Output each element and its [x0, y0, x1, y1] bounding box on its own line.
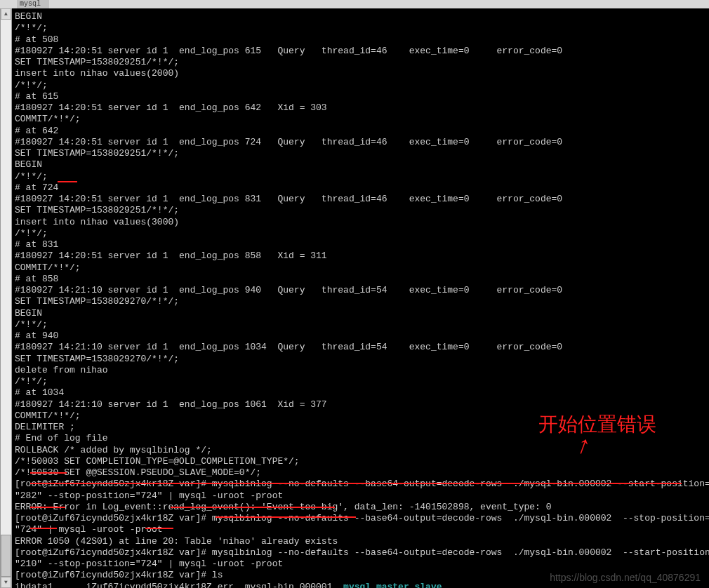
terminal-line: SET TIMESTAMP=1538029270/*!*/; — [15, 354, 708, 365]
terminal-line: # at 940 — [15, 330, 708, 342]
terminal-line: #180927 14:20:51 server id 1 end_log_pos… — [15, 46, 708, 57]
terminal-line: "282" --stop-position="724" | mysql -uro… — [15, 490, 708, 502]
terminal-line: SET TIMESTAMP=1538029251/*!*/; — [15, 57, 708, 68]
terminal-wrap: ▲ ▼ BEGIN/*!*/;# at 508#180927 14:20:51 … — [0, 8, 709, 588]
terminal-line: #180927 14:21:10 server id 1 end_log_pos… — [15, 342, 708, 353]
terminal-line: /*!50003 SET COMPLETION_TYPE=@OLD_COMPLE… — [15, 456, 708, 467]
scrollbar-track[interactable] — [1, 20, 11, 577]
terminal-line: /*!*/; — [15, 80, 708, 91]
terminal-line: ROLLBACK /* added by mysqlbinlog */; — [15, 445, 708, 456]
terminal-line: ERROR: Error in Log_event::read_log_even… — [15, 502, 708, 513]
terminal-line: SET TIMESTAMP=1538029251/*!*/; — [15, 205, 708, 216]
terminal-line: #180927 14:20:51 server id 1 end_log_pos… — [15, 137, 708, 148]
terminal-line: #180927 14:20:51 server id 1 end_log_pos… — [15, 194, 708, 205]
terminal-tab-label: mysql — [20, 0, 41, 8]
terminal-line: "724" | mysql -uroot -proot — [15, 524, 708, 535]
annotation-underline — [145, 528, 173, 529]
terminal-line: # at 858 — [15, 274, 708, 285]
terminal-line: BEGIN — [15, 159, 708, 171]
terminal-line: COMMIT/*!*/; — [15, 262, 708, 274]
annotation-text: 开始位置错误 — [538, 412, 656, 436]
terminal-line: #180927 14:21:10 server id 1 end_log_pos… — [15, 285, 708, 296]
annotation-underline — [58, 181, 77, 182]
terminal-line: /*!50530 SET @@SESSION.PSEUDO_SLAVE_MODE… — [15, 467, 708, 479]
terminal-line: SET TIMESTAMP=1538029270/*!*/; — [15, 296, 708, 307]
terminal-line: # at 642 — [15, 126, 708, 137]
annotation-underline — [216, 516, 356, 518]
terminal-line: # at 615 — [15, 91, 708, 102]
terminal-line: SET TIMESTAMP=1538029251/*!*/; — [15, 148, 708, 159]
terminal-line: insert into nihao values(2000) — [15, 68, 708, 79]
terminal-viewport[interactable]: BEGIN/*!*/;# at 508#180927 14:20:51 serv… — [12, 8, 709, 588]
terminal-line: #180927 14:20:51 server id 1 end_log_pos… — [15, 250, 708, 262]
watermark: https://blog.csdn.net/qq_40876291 — [550, 572, 701, 584]
scrollbar-thumb[interactable] — [1, 535, 11, 577]
terminal-line: # at 724 — [15, 182, 708, 194]
terminal-line: insert into nihao values(3000) — [15, 217, 708, 228]
terminal-line: /*!*/; — [15, 228, 708, 239]
annotation-underline — [171, 507, 335, 508]
annotation-underline — [30, 507, 65, 508]
terminal-line: /*!*/; — [15, 22, 708, 34]
annotation-underline — [30, 528, 57, 529]
terminal-line: [root@iZuf67icyndd50zjx4kr18Z var]# mysq… — [15, 479, 708, 490]
terminal-line: [root@iZuf67icyndd50zjx4kr18Z var]# mysq… — [15, 513, 708, 524]
scrollbar-down-arrow[interactable]: ▼ — [1, 577, 11, 588]
tab-bar: mysql — [0, 0, 709, 8]
scrollbar-up-arrow[interactable]: ▲ — [1, 8, 11, 20]
terminal-line: "210" --stop-position="724" | mysql -uro… — [15, 559, 708, 570]
terminal-line: /*!*/; — [15, 319, 708, 330]
terminal-line: /*!*/; — [15, 376, 708, 387]
terminal-line: [root@iZuf67icyndd50zjx4kr18Z var]# mysq… — [15, 547, 708, 559]
terminal-line: # at 508 — [15, 34, 708, 46]
terminal-line: BEGIN — [15, 11, 708, 22]
terminal-line: #180927 14:21:10 server id 1 end_log_pos… — [15, 399, 708, 410]
terminal-line: # at 1034 — [15, 387, 708, 399]
terminal-line: # at 831 — [15, 239, 708, 250]
terminal-line: /*!*/; — [15, 171, 708, 182]
annotation-underline — [30, 472, 67, 474]
terminal-line: #180927 14:20:51 server id 1 end_log_pos… — [15, 102, 708, 114]
terminal-line: delete from nihao — [15, 365, 708, 376]
terminal-line: BEGIN — [15, 308, 708, 319]
terminal-line: ERROR 1050 (42S01) at line 20: Table 'ni… — [15, 536, 708, 547]
annotation-underline — [30, 483, 682, 484]
vertical-scrollbar[interactable]: ▲ ▼ — [0, 8, 12, 588]
terminal-line: COMMIT/*!*/; — [15, 114, 708, 125]
terminal-tab[interactable]: mysql — [17, 0, 49, 8]
